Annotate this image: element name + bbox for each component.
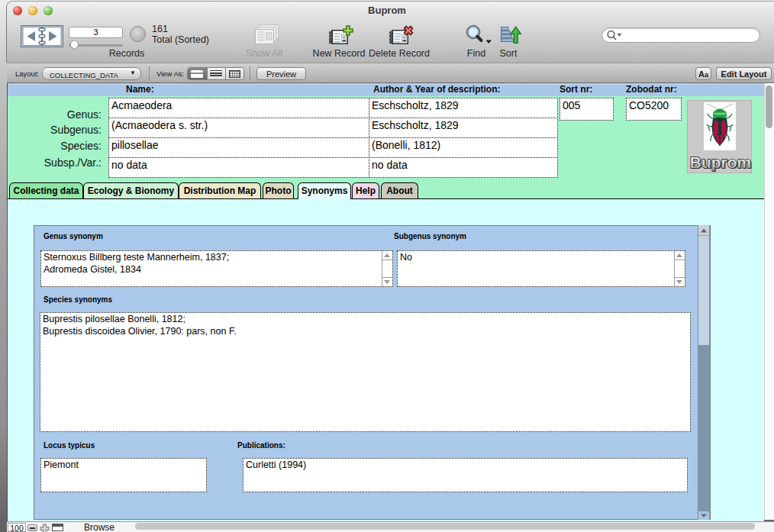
svg-text:Buprom: Buprom: [690, 153, 752, 171]
